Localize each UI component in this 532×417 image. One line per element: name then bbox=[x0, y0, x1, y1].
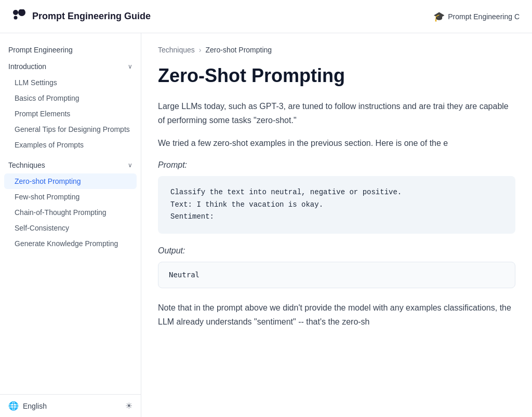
output-block: Neutral bbox=[158, 262, 515, 288]
sidebar-item-general-tips[interactable]: General Tips for Designing Prompts bbox=[0, 122, 141, 137]
note-paragraph: Note that in the prompt above we didn't … bbox=[158, 301, 515, 329]
prompt-label: Prompt: bbox=[158, 160, 515, 170]
site-title: Prompt Engineering Guide bbox=[32, 11, 151, 22]
sidebar-bottom: 🌐 English ☀ bbox=[0, 394, 141, 417]
sidebar-section-introduction[interactable]: Introduction ∨ bbox=[0, 58, 141, 75]
header: Prompt Engineering Guide 🎓 Prompt Engine… bbox=[0, 0, 532, 33]
intro-paragraph-1: Large LLMs today, such as GPT-3, are tun… bbox=[158, 99, 515, 127]
sidebar-item-llm-settings[interactable]: LLM Settings bbox=[0, 75, 141, 90]
prompt-code-block: Classify the text into neutral, negative… bbox=[158, 176, 515, 234]
logo[interactable]: Prompt Engineering Guide bbox=[12, 9, 151, 24]
sidebar-item-prompt-elements[interactable]: Prompt Elements bbox=[0, 106, 141, 122]
sidebar-item-examples-of-prompts[interactable]: Examples of Prompts bbox=[0, 137, 141, 153]
sidebar-item-self-consistency[interactable]: Self-Consistency bbox=[0, 220, 141, 236]
breadcrumb-parent[interactable]: Techniques bbox=[158, 46, 195, 54]
breadcrumb: Techniques › Zero-shot Prompting bbox=[158, 46, 515, 54]
main-layout: Prompt Engineering Introduction ∨ LLM Se… bbox=[0, 33, 532, 417]
header-nav-label: Prompt Engineering C bbox=[448, 12, 520, 21]
language-label: English bbox=[23, 402, 47, 410]
output-label: Output: bbox=[158, 246, 515, 255]
sidebar-label-introduction: Introduction bbox=[8, 62, 46, 71]
sidebar-item-zero-shot-prompting[interactable]: Zero-shot Prompting bbox=[4, 173, 137, 189]
svg-point-1 bbox=[18, 9, 25, 16]
theme-toggle[interactable]: ☀ bbox=[125, 401, 132, 411]
graduation-icon: 🎓 bbox=[433, 11, 445, 22]
prompt-code: Classify the text into neutral, negative… bbox=[170, 186, 503, 223]
sidebar-item-generate-knowledge[interactable]: Generate Knowledge Prompting bbox=[0, 236, 141, 251]
sidebar-section-techniques[interactable]: Techniques ∨ bbox=[0, 157, 141, 173]
header-nav[interactable]: 🎓 Prompt Engineering C bbox=[433, 11, 520, 22]
output-code: Neutral bbox=[169, 271, 200, 279]
svg-point-0 bbox=[13, 10, 18, 15]
language-selector[interactable]: 🌐 English bbox=[8, 401, 47, 411]
svg-point-2 bbox=[14, 16, 18, 19]
globe-icon: 🌐 bbox=[8, 401, 19, 411]
breadcrumb-current: Zero-shot Prompting bbox=[206, 46, 272, 54]
sidebar-item-chain-of-thought[interactable]: Chain-of-Thought Prompting bbox=[0, 205, 141, 220]
sidebar-item-few-shot-prompting[interactable]: Few-shot Prompting bbox=[0, 189, 141, 205]
sidebar-label-techniques: Techniques bbox=[8, 161, 45, 169]
sidebar-item-prompt-engineering[interactable]: Prompt Engineering bbox=[0, 42, 141, 58]
sidebar: Prompt Engineering Introduction ∨ LLM Se… bbox=[0, 33, 141, 417]
chevron-down-icon: ∨ bbox=[128, 63, 132, 70]
page-title: Zero-Shot Prompting bbox=[158, 64, 515, 87]
chevron-down-icon-techniques: ∨ bbox=[128, 162, 132, 169]
breadcrumb-separator: › bbox=[199, 46, 202, 54]
intro-paragraph-2: We tried a few zero-shot examples in the… bbox=[158, 136, 515, 150]
sidebar-label-prompt-engineering: Prompt Engineering bbox=[8, 46, 73, 54]
sidebar-item-basics-of-prompting[interactable]: Basics of Prompting bbox=[0, 90, 141, 106]
logo-icon bbox=[12, 9, 27, 24]
main-content: Techniques › Zero-shot Prompting Zero-Sh… bbox=[141, 33, 532, 417]
